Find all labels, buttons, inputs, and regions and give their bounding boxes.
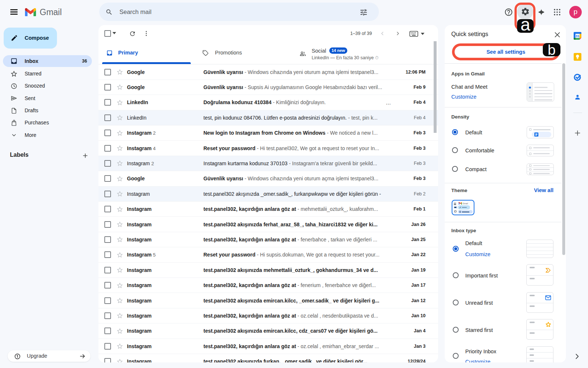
svg-text:31: 31: [576, 34, 580, 38]
